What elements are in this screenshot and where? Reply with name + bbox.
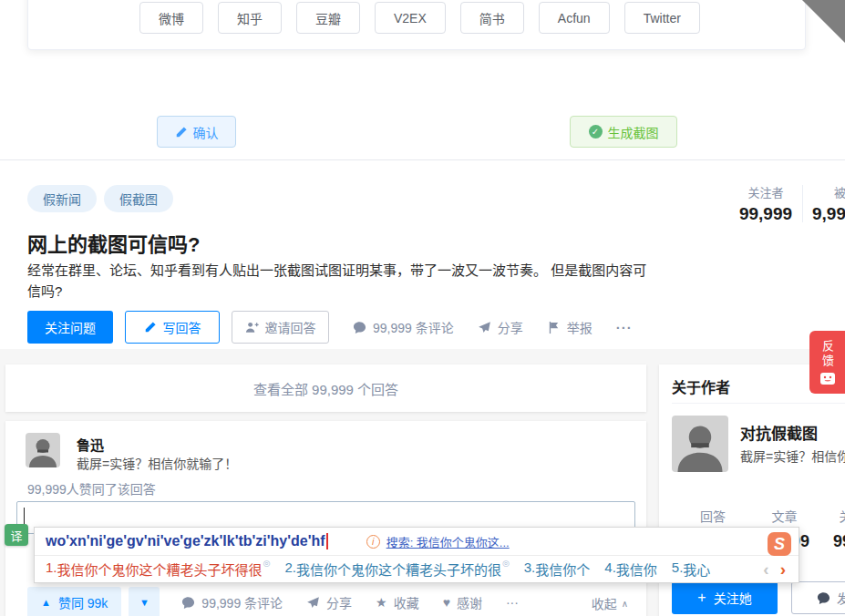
answer-favorite-label: 收藏 <box>394 593 419 611</box>
answer-more-label: ··· <box>506 595 519 610</box>
sidebar-author-name[interactable]: 对抗假截图 <box>740 421 818 444</box>
sogou-logo-icon[interactable]: S <box>768 532 791 556</box>
answer-thanks-label: 感谢 <box>457 593 482 611</box>
confirm-label: 确认 <box>193 123 219 141</box>
follow-question-button[interactable]: 关注问题 <box>27 311 113 344</box>
site-button-twitter[interactable]: Twitter <box>624 2 700 34</box>
ime-search-group: i 搜索: 我信你个鬼你这... <box>366 533 510 550</box>
collapse-answer-link[interactable]: 收起 ∧ <box>592 594 628 612</box>
comment-bubble-icon <box>353 321 366 334</box>
site-button-acfun[interactable]: Acfun <box>539 2 610 34</box>
followers-stat: 关注者 99,999 <box>729 183 802 224</box>
star-icon: ★ <box>376 596 387 609</box>
question-description: 经常在群里、论坛、知乎看到有人贴出一张截图试图证明某事，带了一波又一波节奏。 但… <box>27 260 656 302</box>
next-page-arrow[interactable]: › <box>780 560 786 578</box>
ime-candidate-3[interactable]: 3. 我信你个 <box>524 560 591 579</box>
about-author-heading: 关于作者 <box>672 375 730 397</box>
candidate-5-text: 我心 <box>683 560 710 579</box>
heart-icon: ♥ <box>443 596 450 609</box>
answer-author-name[interactable]: 鲁迅 <box>77 435 104 454</box>
site-button-weibo[interactable]: 微博 <box>139 2 203 34</box>
sidebar-author-bio: 截屏=实锤？相信你就输了！ <box>740 447 845 465</box>
site-button-row: 微博 知乎 豆瓣 V2EX 简书 Acfun Twitter <box>139 2 700 34</box>
upvote-button[interactable]: ▲ 赞同 99k <box>27 587 121 616</box>
candidate-5-num: 5. <box>672 560 684 575</box>
stat-articles-label: 文章 <box>746 507 823 525</box>
ime-pinyin-row: wo'xn'ni'ge'gv'ni've'ge'zk'lk'tb'zi'hy'd… <box>35 528 799 555</box>
candidate-4-text: 我信你 <box>616 560 657 579</box>
follow-author-label: 关注她 <box>714 589 752 607</box>
confirm-button[interactable]: 确认 <box>157 116 236 148</box>
follow-author-button[interactable]: + 关注她 <box>672 581 778 614</box>
candidate-1-num: 1. <box>46 560 57 575</box>
ime-search-link[interactable]: 搜索: 我信你个鬼你这... <box>386 533 510 550</box>
question-share-link[interactable]: 分享 <box>478 318 523 336</box>
pencil-icon <box>175 126 188 139</box>
site-button-douban[interactable]: 豆瓣 <box>296 2 360 34</box>
stat-followers-label: 关注者 <box>819 507 845 525</box>
followers-label: 关注者 <box>729 183 802 200</box>
translate-extension-badge[interactable]: 译 <box>5 524 28 546</box>
question-report-label: 举报 <box>567 318 593 336</box>
followers-value: 99,999 <box>729 204 802 224</box>
question-comments-link[interactable]: 99,999 条评论 <box>353 318 454 336</box>
site-button-jianshu[interactable]: 简书 <box>460 2 524 34</box>
collapse-label: 收起 <box>592 594 617 612</box>
up-triangle-icon: ▲ <box>41 598 51 608</box>
generate-screenshot-button[interactable]: ✓ 生成截图 <box>570 116 677 148</box>
tag-fake-news[interactable]: 假新闻 <box>27 185 97 212</box>
view-all-label: 查看全部 99,999 个回答 <box>253 379 398 398</box>
answer-share-link[interactable]: 分享 <box>306 593 352 611</box>
down-triangle-icon: ▼ <box>139 598 149 608</box>
site-selector-card: 微博 知乎 豆瓣 V2EX 简书 Acfun Twitter <box>27 0 806 50</box>
site-button-v2ex[interactable]: V2EX <box>375 2 446 34</box>
ime-pager: ‹ › <box>763 560 799 578</box>
ime-pinyin-text: wo'xn'ni'ge'gv'ni've'ge'zk'lk'tb'zi'hy'd… <box>46 533 325 549</box>
translate-label: 译 <box>10 527 22 544</box>
view-all-answers[interactable]: 查看全部 99,999 个回答 <box>5 364 646 412</box>
invite-answer-button[interactable]: 邀请回答 <box>232 311 329 344</box>
flag-icon <box>547 321 561 334</box>
question-tags: 假新闻 假截图 <box>27 185 173 212</box>
question-comments-label: 99,999 条评论 <box>373 318 454 336</box>
tag-fake-screenshot[interactable]: 假截图 <box>104 185 173 212</box>
info-icon: i <box>366 535 380 549</box>
ime-popup: wo'xn'ni'ge'gv'ni've'ge'zk'lk'tb'zi'hy'd… <box>34 527 799 583</box>
feedback-label: 反馈 <box>821 340 833 369</box>
downvote-button[interactable]: ▼ <box>129 587 160 616</box>
smiley-icon <box>820 373 835 385</box>
ime-candidate-2[interactable]: 2. 我信你个鬼你这个糟老头子坏的很 ◎ <box>284 560 509 579</box>
ime-candidate-row: 1. 我信你个鬼你这个糟老头子坏得很 ◎ 2. 我信你个鬼你这个糟老头子坏的很 … <box>35 555 799 582</box>
answer-comments-link[interactable]: 99,999 条评论 <box>181 593 283 611</box>
message-bubble-icon <box>817 591 830 605</box>
page-corner-fold <box>802 0 845 43</box>
ime-candidate-1[interactable]: 1. 我信你个鬼你这个糟老头子坏得很 ◎ <box>46 560 270 579</box>
answer-author-avatar[interactable] <box>26 433 60 467</box>
ime-candidate-4[interactable]: 4. 我信你 <box>604 560 657 579</box>
answer-thanks-link[interactable]: ♥ 感谢 <box>443 593 482 611</box>
candidate-4-num: 4. <box>604 560 616 575</box>
cloud-candidate-icon: ◎ <box>502 559 510 568</box>
section-divider <box>0 159 845 160</box>
question-report-link[interactable]: 举报 <box>547 318 593 336</box>
ime-candidate-5[interactable]: 5. 我心 <box>672 560 711 579</box>
candidate-2-text: 我信你个鬼你这个糟老头子坏的很 <box>296 560 501 579</box>
check-circle-icon: ✓ <box>589 125 603 139</box>
send-message-button[interactable]: 发私信 <box>791 581 845 614</box>
upvote-label: 赞同 99k <box>58 593 108 611</box>
question-more-button[interactable]: ··· <box>616 320 633 335</box>
site-button-zhihu[interactable]: 知乎 <box>218 2 282 34</box>
send-message-label: 发私信 <box>837 589 845 607</box>
answer-share-label: 分享 <box>326 593 352 611</box>
write-answer-button[interactable]: 写回答 <box>125 311 220 344</box>
candidate-2-num: 2. <box>284 560 296 575</box>
answer-more-button[interactable]: ··· <box>506 595 519 610</box>
generate-label: 生成截图 <box>608 123 659 141</box>
answer-favorite-link[interactable]: ★ 收藏 <box>376 593 419 611</box>
question-title: 网上的截图可信吗? <box>27 228 200 257</box>
question-stats: 关注者 99,999 被浏览 9,999,999 <box>729 183 845 224</box>
sidebar-author-avatar[interactable] <box>672 416 728 472</box>
sidebar-stat-followers: 关注者 99,999 <box>819 507 845 551</box>
feedback-tab[interactable]: 反馈 <box>809 331 845 394</box>
prev-page-arrow[interactable]: ‹ <box>763 560 768 578</box>
